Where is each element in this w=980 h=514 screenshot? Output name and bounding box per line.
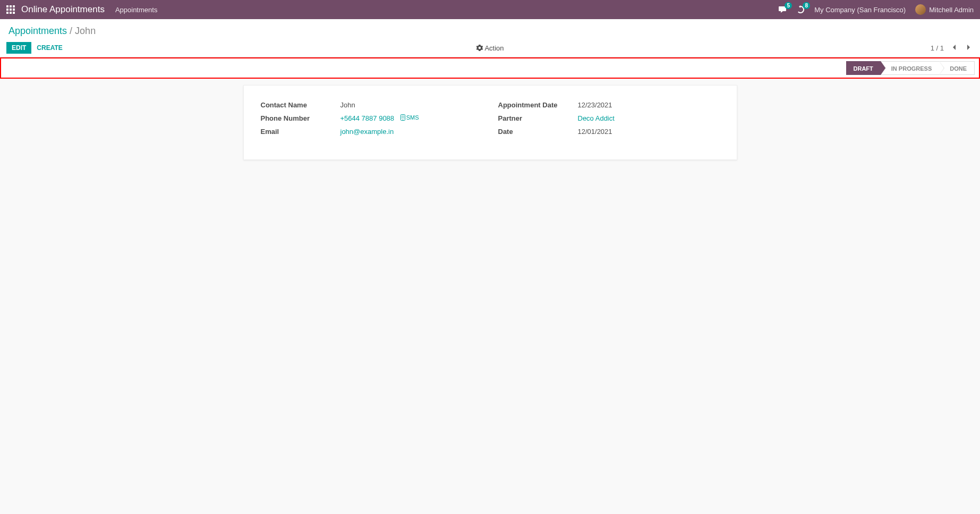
gear-icon	[476, 45, 482, 51]
messaging-icon[interactable]: 5	[778, 5, 787, 14]
svg-rect-3	[6, 9, 8, 11]
pager-prev[interactable]	[949, 43, 959, 53]
mobile-icon	[400, 114, 405, 121]
value-contact-name: John	[340, 101, 355, 109]
top-navbar: Online Appointments Appointments 5 8 My …	[0, 0, 980, 19]
svg-rect-6	[6, 12, 8, 14]
value-email[interactable]: john@example.in	[340, 128, 394, 136]
breadcrumb-current: John	[75, 26, 96, 36]
value-phone[interactable]: +5644 7887 9088	[340, 114, 395, 122]
app-brand: Online Appointments	[21, 4, 105, 15]
control-bar: Edit Create Action 1 / 1	[0, 39, 980, 57]
svg-point-11	[403, 119, 403, 120]
value-appointment-date: 12/23/2021	[578, 101, 612, 109]
label-appointment-date: Appointment Date	[498, 101, 578, 109]
pager-counter[interactable]: 1 / 1	[931, 44, 944, 52]
activity-badge: 8	[803, 2, 810, 9]
messaging-badge: 5	[785, 2, 792, 9]
form-left-column: Contact Name John Phone Number +5644 788…	[261, 98, 482, 138]
sms-button[interactable]: SMS	[400, 114, 419, 121]
company-selector[interactable]: My Company (San Francisco)	[814, 6, 906, 14]
svg-rect-4	[10, 9, 12, 11]
pager: 1 / 1	[931, 43, 974, 53]
form-right-column: Appointment Date 12/23/2021 Partner Deco…	[498, 98, 720, 138]
breadcrumb-separator: /	[70, 26, 75, 36]
svg-rect-8	[13, 12, 15, 14]
action-label: Action	[484, 44, 504, 52]
label-email: Email	[261, 128, 340, 136]
breadcrumb: Appointments / John	[8, 23, 972, 39]
edit-button[interactable]: Edit	[6, 42, 31, 54]
apps-icon[interactable]	[6, 5, 15, 14]
status-bar-container: Draft In Progress Done	[0, 57, 980, 79]
svg-rect-0	[6, 5, 8, 7]
svg-rect-5	[13, 9, 15, 11]
svg-rect-10	[402, 115, 404, 119]
label-date: Date	[498, 128, 578, 136]
label-contact-name: Contact Name	[261, 101, 340, 109]
svg-rect-1	[10, 5, 12, 7]
form-sheet: Contact Name John Phone Number +5644 788…	[243, 85, 737, 160]
status-in-progress[interactable]: In Progress	[881, 61, 939, 75]
create-button[interactable]: Create	[31, 42, 67, 54]
value-date: 12/01/2021	[578, 128, 612, 136]
form-background: Contact Name John Phone Number +5644 788…	[0, 79, 980, 181]
activity-icon[interactable]: 8	[796, 5, 805, 14]
label-phone: Phone Number	[261, 114, 340, 122]
status-bar: Draft In Progress Done	[846, 61, 975, 75]
svg-rect-2	[13, 5, 15, 7]
value-partner[interactable]: Deco Addict	[578, 114, 615, 122]
action-menu[interactable]: Action	[476, 44, 504, 52]
status-done[interactable]: Done	[939, 61, 975, 75]
avatar	[915, 4, 926, 15]
pager-next[interactable]	[964, 43, 974, 53]
nav-menu-appointments[interactable]: Appointments	[115, 6, 158, 14]
svg-rect-7	[10, 12, 12, 14]
breadcrumb-root[interactable]: Appointments	[8, 26, 67, 36]
breadcrumb-bar: Appointments / John	[0, 19, 980, 39]
user-menu[interactable]: Mitchell Admin	[915, 4, 974, 15]
label-partner: Partner	[498, 114, 578, 122]
status-draft[interactable]: Draft	[846, 61, 881, 75]
sms-label: SMS	[406, 114, 419, 121]
user-name: Mitchell Admin	[929, 6, 974, 14]
